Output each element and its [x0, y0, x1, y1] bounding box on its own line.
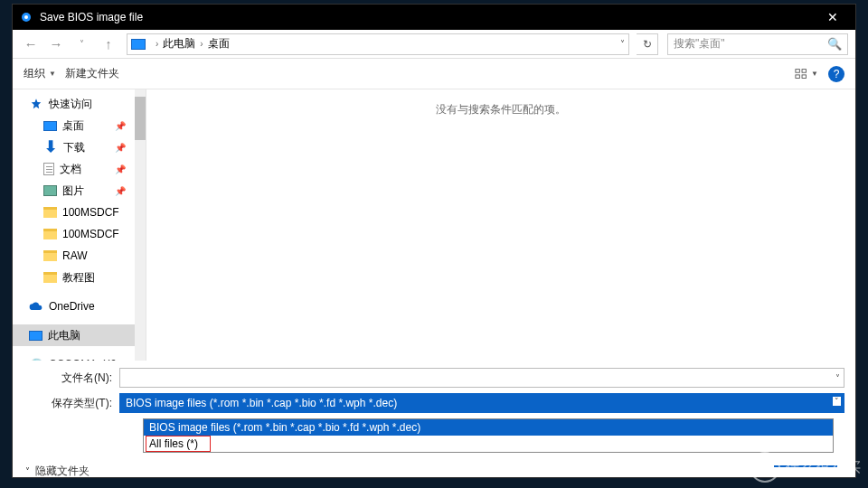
svg-rect-4 — [802, 69, 806, 72]
tree-this-pc[interactable]: 此电脑 — [13, 324, 146, 346]
svg-rect-3 — [796, 74, 799, 78]
tree-label: 文档 — [60, 162, 81, 177]
filetype-option[interactable]: BIOS image files (*.rom *.bin *.cap *.bi… — [144, 419, 833, 436]
tree-quick-access[interactable]: 快速访问 — [13, 93, 146, 115]
breadcrumb-segment[interactable]: 此电脑 — [163, 36, 195, 52]
star-icon — [29, 98, 43, 110]
folder-icon — [43, 207, 57, 218]
chevron-right-icon: › — [200, 39, 203, 49]
close-button[interactable]: ✕ — [817, 5, 848, 30]
tree-label: 此电脑 — [48, 328, 80, 343]
svg-point-1 — [24, 15, 28, 19]
drive-icon: 💿 — [29, 358, 43, 361]
desktop-icon — [43, 121, 57, 131]
svg-rect-2 — [796, 69, 799, 72]
file-pane[interactable]: 没有与搜索条件匹配的项。 — [146, 89, 855, 361]
view-options-button[interactable]: ▼ — [794, 64, 819, 84]
nav-tree: 快速访问 桌面📌 ⬇下载📌 文档📌 图片📌 100MSDCF 100MSDCF … — [13, 89, 146, 361]
watermark: 值 什么值得买 — [750, 452, 863, 483]
up-button[interactable]: ↑ — [98, 33, 119, 55]
svg-rect-5 — [802, 74, 806, 78]
tree-label: 100MSDCF — [62, 206, 119, 219]
tree-desktop[interactable]: 桌面📌 — [13, 115, 146, 136]
filetype-combo[interactable]: BIOS image files (*.rom *.bin *.cap *.bi… — [119, 393, 844, 413]
filetype-label: 保存类型(T): — [25, 396, 119, 411]
window-title: Save BIOS image file — [40, 11, 817, 23]
tree-label: 快速访问 — [49, 97, 92, 112]
tree-downloads[interactable]: ⬇下载📌 — [13, 136, 146, 158]
chevron-down-icon: ˅ — [833, 397, 841, 406]
folder-icon — [43, 250, 57, 261]
pc-icon — [29, 331, 42, 341]
cloud-icon — [29, 300, 43, 313]
address-bar[interactable]: › 此电脑 › 桌面 ˅ — [127, 33, 629, 55]
tree-label: OneDrive — [49, 300, 95, 313]
tree-label: 100MSDCF — [62, 228, 119, 240]
forward-button[interactable]: → — [45, 33, 67, 55]
filetype-selected: BIOS image files (*.rom *.bin *.cap *.bi… — [120, 394, 844, 412]
organize-button[interactable]: 组织 — [24, 66, 45, 81]
document-icon — [43, 163, 54, 175]
refresh-button[interactable]: ↻ — [637, 33, 658, 55]
tree-folder[interactable]: 100MSDCF — [13, 202, 146, 223]
filename-label: 文件名(N): — [25, 371, 119, 386]
tree-folder[interactable]: 教程图 — [13, 267, 146, 288]
tree-drive[interactable]: 💿CCCOMA_X64F… — [13, 353, 146, 361]
folder-icon — [43, 272, 57, 283]
save-dialog: Save BIOS image file ✕ ← → ˅ ↑ › 此电脑 › 桌… — [12, 4, 856, 478]
recent-dropdown[interactable]: ˅ — [71, 33, 92, 55]
pictures-icon — [43, 185, 57, 196]
tree-label: RAW — [62, 249, 88, 262]
chevron-down-icon[interactable]: ˅ — [620, 39, 625, 49]
tree-label: 下载 — [63, 140, 85, 155]
nav-bar: ← → ˅ ↑ › 此电脑 › 桌面 ˅ ↻ 搜索"桌面" 🔍 — [13, 30, 855, 59]
hide-folders-button[interactable]: 隐藏文件夹 — [35, 464, 90, 479]
bottom-bar: ˅ 隐藏文件夹 — [13, 460, 855, 483]
new-folder-button[interactable]: 新建文件夹 — [65, 66, 119, 81]
toolbar: 组织 ▼ 新建文件夹 ▼ ? — [13, 59, 855, 89]
pin-icon: 📌 — [115, 121, 126, 131]
watermark-icon: 值 — [750, 452, 780, 483]
tree-label: 教程图 — [62, 270, 95, 286]
empty-message: 没有与搜索条件匹配的项。 — [146, 102, 855, 117]
tree-scrollbar[interactable] — [135, 89, 146, 361]
tree-folder[interactable]: RAW — [13, 245, 146, 267]
breadcrumb-segment[interactable]: 桌面 — [208, 36, 230, 52]
tree-pictures[interactable]: 图片📌 — [13, 180, 146, 202]
folder-icon — [43, 229, 57, 239]
app-icon — [20, 11, 33, 23]
footer: 文件名(N): ˅ 保存类型(T): BIOS image files (*.r… — [13, 361, 855, 460]
filetype-option[interactable]: All files (*) — [144, 436, 833, 452]
chevron-right-icon: › — [156, 39, 158, 49]
tree-documents[interactable]: 文档📌 — [13, 158, 146, 180]
scrollbar-thumb[interactable] — [135, 97, 146, 140]
watermark-text: 什么值得买 — [786, 459, 863, 476]
search-placeholder: 搜索"桌面" — [674, 36, 725, 52]
dialog-body: 快速访问 桌面📌 ⬇下载📌 文档📌 图片📌 100MSDCF 100MSDCF … — [13, 89, 855, 361]
download-icon: ⬇ — [43, 141, 58, 154]
pin-icon: 📌 — [115, 143, 126, 153]
pin-icon: 📌 — [115, 186, 126, 196]
pin-icon: 📌 — [115, 164, 126, 174]
tree-label: CCCOMA_X64F… — [49, 358, 130, 361]
search-input[interactable]: 搜索"桌面" 🔍 — [667, 33, 848, 55]
chevron-down-icon[interactable]: ˅ — [25, 466, 30, 476]
tree-label: 桌面 — [62, 118, 84, 134]
chevron-down-icon[interactable]: ▼ — [49, 70, 56, 78]
tree-label: 图片 — [62, 183, 84, 199]
title-bar: Save BIOS image file ✕ — [13, 5, 855, 30]
back-button[interactable]: ← — [20, 33, 42, 55]
filetype-dropdown: BIOS image files (*.rom *.bin *.cap *.bi… — [143, 418, 834, 453]
filename-input[interactable]: ˅ — [119, 368, 844, 388]
pc-icon — [131, 39, 146, 50]
tree-folder[interactable]: 100MSDCF — [13, 223, 146, 245]
help-button[interactable]: ? — [828, 66, 844, 82]
tree-onedrive[interactable]: OneDrive — [13, 296, 146, 317]
search-icon: 🔍 — [827, 37, 842, 51]
